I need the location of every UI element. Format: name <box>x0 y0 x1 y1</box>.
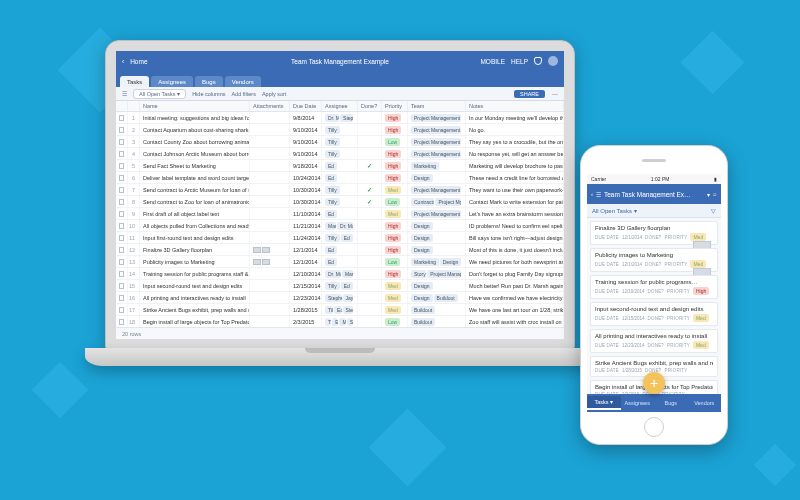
cell-done <box>358 172 382 183</box>
table-row[interactable]: 10All objects pulled from Collections an… <box>116 220 564 232</box>
back-chevron-icon[interactable]: ‹ <box>591 191 593 197</box>
table-row[interactable]: 5Send Fact Sheet to Marketing9/18/2014Ed… <box>116 160 564 172</box>
row-number: 11 <box>128 232 140 243</box>
row-checkbox[interactable] <box>116 268 128 279</box>
cell-due-date: 9/10/2014 <box>290 124 322 135</box>
cell-priority: High <box>382 112 408 123</box>
cell-team: Project Management <box>408 112 466 123</box>
row-checkbox[interactable] <box>116 172 128 183</box>
cell-team: Design <box>408 220 466 231</box>
tab-bugs[interactable]: Bugs <box>195 76 223 87</box>
mobile-tab-vendors[interactable]: Vendors <box>688 397 722 409</box>
mobile-tab-tasks[interactable]: Tasks ▾ <box>587 396 621 410</box>
cell-team: DesignBuildout <box>408 292 466 303</box>
cell-due-date: 10/30/2014 <box>290 196 322 207</box>
hamburger-icon[interactable]: ☰ <box>596 191 601 198</box>
tab-tasks[interactable]: Tasks <box>120 76 149 87</box>
table-row[interactable]: 8Send contract to Zoo for loan of animat… <box>116 196 564 208</box>
row-checkbox[interactable] <box>116 124 128 135</box>
mobile-tab-assignees[interactable]: Assignees <box>621 397 655 409</box>
column-header[interactable]: Priority <box>382 101 408 111</box>
row-checkbox[interactable] <box>116 256 128 267</box>
table-row[interactable]: 9First draft of all object label text11/… <box>116 208 564 220</box>
table-row[interactable]: 12Finalize 3D Gallery floorplan12/1/2014… <box>116 244 564 256</box>
row-checkbox[interactable] <box>116 184 128 195</box>
table-row[interactable]: 2Contact Aquarium about cost-sharing sha… <box>116 124 564 136</box>
cell-attachments <box>250 292 290 303</box>
column-header[interactable]: Notes <box>466 101 564 111</box>
table-row[interactable]: 13Publicity images to Marketing12/1/2014… <box>116 256 564 268</box>
task-card[interactable]: Input second-round text and design edits… <box>590 302 718 326</box>
column-header[interactable]: Due Date <box>290 101 322 111</box>
mobile-bottom-tabs: Tasks ▾AssigneesBugsVendors <box>587 394 721 412</box>
row-checkbox[interactable] <box>116 316 128 327</box>
table-row[interactable]: 4Contact Johnson Arctic Museum about bor… <box>116 148 564 160</box>
chevron-down-icon[interactable]: ▾ <box>634 208 637 214</box>
task-card[interactable]: Training session for public programs…DUE… <box>590 275 718 299</box>
cell-priority: Med <box>382 292 408 303</box>
cell-priority: High <box>382 160 408 171</box>
card-list[interactable]: Finalize 3D Gallery floorplanDUE DATE12/… <box>587 218 721 394</box>
row-checkbox[interactable] <box>116 136 128 147</box>
column-header[interactable]: Team <box>408 101 466 111</box>
table-row[interactable]: 11Input first-round text and design edit… <box>116 232 564 244</box>
apply-sort-button[interactable]: Apply sort <box>262 91 286 97</box>
row-checkbox[interactable] <box>116 292 128 303</box>
row-checkbox[interactable] <box>116 304 128 315</box>
more-icon[interactable]: ⋯ <box>552 91 558 97</box>
row-checkbox[interactable] <box>116 112 128 123</box>
row-checkbox[interactable] <box>116 280 128 291</box>
add-filters-button[interactable]: Add filters <box>231 91 255 97</box>
tab-vendors[interactable]: Vendors <box>225 76 261 87</box>
row-checkbox[interactable] <box>116 232 128 243</box>
help-link[interactable]: HELP <box>511 58 528 65</box>
tab-assignees[interactable]: Assignees <box>151 76 193 87</box>
table-row[interactable]: 16All printing and interactives ready to… <box>116 292 564 304</box>
column-header[interactable]: Done? <box>358 101 382 111</box>
search-icon[interactable]: ⌕ <box>713 191 717 197</box>
table-row[interactable]: 15Input second-round text and design edi… <box>116 280 564 292</box>
home-link[interactable]: Home <box>130 58 147 65</box>
cell-attachments <box>250 244 290 255</box>
column-header[interactable]: Attachments <box>250 101 290 111</box>
cell-attachments <box>250 220 290 231</box>
mobile-header: ‹ ☰ Team Task Management Ex… ▾ ⌕ <box>587 184 721 204</box>
row-checkbox[interactable] <box>116 160 128 171</box>
table-row[interactable]: 14Training session for public programs s… <box>116 268 564 280</box>
mobile-tab-bugs[interactable]: Bugs <box>654 397 688 409</box>
table-row[interactable]: 18Begin install of large objects for Top… <box>116 316 564 327</box>
bell-icon[interactable] <box>534 57 542 65</box>
column-header[interactable]: Name <box>140 101 250 111</box>
task-card[interactable]: Finalize 3D Gallery floorplanDUE DATE12/… <box>590 221 718 245</box>
filter-icon[interactable]: ▽ <box>711 207 716 214</box>
task-card[interactable]: All printing and interactives ready to i… <box>590 329 718 353</box>
row-checkbox[interactable] <box>116 220 128 231</box>
table-row[interactable]: 7Send contract to Arctic Museum for loan… <box>116 184 564 196</box>
table-row[interactable]: 3Contact County Zoo about borrowing anim… <box>116 136 564 148</box>
view-selector[interactable]: All Open Tasks ▾ <box>133 89 186 99</box>
view-name[interactable]: All Open Tasks <box>592 208 632 214</box>
avatar[interactable] <box>548 56 558 66</box>
add-fab-button[interactable]: + <box>643 372 665 394</box>
table-row[interactable]: 6Deliver label template and word count t… <box>116 172 564 184</box>
column-header[interactable] <box>116 101 128 111</box>
row-checkbox[interactable] <box>116 208 128 219</box>
row-checkbox[interactable] <box>116 196 128 207</box>
column-header[interactable]: Assignee <box>322 101 358 111</box>
cell-priority: High <box>382 148 408 159</box>
dropdown-chevron-icon[interactable]: ▾ <box>707 191 710 198</box>
hide-columns-button[interactable]: Hide columns <box>192 91 225 97</box>
cell-team: Buildout <box>408 316 466 327</box>
task-card[interactable]: Publicity images to MarketingDUE DATE12/… <box>590 248 718 272</box>
table-row[interactable]: 17Strike Ancient Bugs exhibit, prep wall… <box>116 304 564 316</box>
row-checkbox[interactable] <box>116 148 128 159</box>
row-checkbox[interactable] <box>116 244 128 255</box>
table-row[interactable]: 1Initial meeting: suggestions and big id… <box>116 112 564 124</box>
view-switcher-icon[interactable]: ☰ <box>122 91 127 97</box>
share-button[interactable]: SHARE <box>513 89 546 99</box>
row-number: 14 <box>128 268 140 279</box>
column-header[interactable] <box>128 101 140 111</box>
back-chevron-icon[interactable]: ‹ <box>122 58 124 65</box>
cell-priority: Med <box>382 208 408 219</box>
mobile-link[interactable]: MOBILE <box>480 58 505 65</box>
